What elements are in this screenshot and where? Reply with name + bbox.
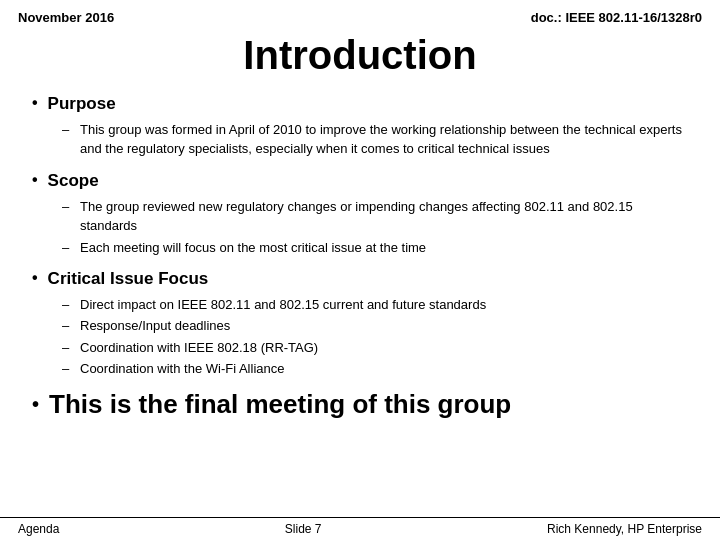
scope-sub-bullets: – The group reviewed new regulatory chan… xyxy=(62,197,688,258)
purpose-text-1: This group was formed in April of 2010 t… xyxy=(80,120,688,159)
scope-sub-2: – Each meeting will focus on the most cr… xyxy=(62,238,688,258)
title-section: Introduction xyxy=(0,33,720,78)
page-title: Introduction xyxy=(0,33,720,78)
purpose-dash-1: – xyxy=(62,120,74,140)
footer: Agenda Slide 7 Rich Kennedy, HP Enterpri… xyxy=(0,517,720,540)
purpose-label: Purpose xyxy=(48,92,116,116)
final-bullet-section: • This is the final meeting of this grou… xyxy=(32,389,688,420)
critical-dash-4: – xyxy=(62,359,74,379)
critical-dash-2: – xyxy=(62,316,74,336)
purpose-sub-bullets: – This group was formed in April of 2010… xyxy=(62,120,688,159)
critical-issue-dot: • xyxy=(32,267,38,289)
critical-sub-2: – Response/Input deadlines xyxy=(62,316,688,336)
purpose-sub-1: – This group was formed in April of 2010… xyxy=(62,120,688,159)
footer-agenda: Agenda xyxy=(18,522,59,536)
scope-dash-1: – xyxy=(62,197,74,217)
critical-issue-bullet: • Critical Issue Focus xyxy=(32,267,688,291)
critical-sub-3: – Coordination with IEEE 802.18 (RR-TAG) xyxy=(62,338,688,358)
scope-label: Scope xyxy=(48,169,99,193)
footer-author: Rich Kennedy, HP Enterprise xyxy=(547,522,702,536)
critical-text-4: Coordination with the Wi-Fi Alliance xyxy=(80,359,284,379)
content-area: • Purpose – This group was formed in Apr… xyxy=(0,92,720,420)
scope-dot: • xyxy=(32,169,38,191)
critical-dash-1: – xyxy=(62,295,74,315)
final-bullet-dot: • xyxy=(32,393,39,416)
critical-issue-label: Critical Issue Focus xyxy=(48,267,209,291)
purpose-section: • Purpose – This group was formed in Apr… xyxy=(32,92,688,159)
critical-sub-1: – Direct impact on IEEE 802.11 and 802.1… xyxy=(62,295,688,315)
scope-bullet: • Scope xyxy=(32,169,688,193)
scope-section: • Scope – The group reviewed new regulat… xyxy=(32,169,688,257)
header-doc: doc.: IEEE 802.11-16/1328r0 xyxy=(531,10,702,25)
footer-slide: Slide 7 xyxy=(285,522,322,536)
header-date: November 2016 xyxy=(18,10,114,25)
scope-text-1: The group reviewed new regulatory change… xyxy=(80,197,688,236)
critical-dash-3: – xyxy=(62,338,74,358)
critical-sub-4: – Coordination with the Wi-Fi Alliance xyxy=(62,359,688,379)
scope-text-2: Each meeting will focus on the most crit… xyxy=(80,238,426,258)
critical-text-3: Coordination with IEEE 802.18 (RR-TAG) xyxy=(80,338,318,358)
critical-text-2: Response/Input deadlines xyxy=(80,316,230,336)
scope-dash-2: – xyxy=(62,238,74,258)
scope-sub-1: – The group reviewed new regulatory chan… xyxy=(62,197,688,236)
critical-issue-section: • Critical Issue Focus – Direct impact o… xyxy=(32,267,688,379)
purpose-dot: • xyxy=(32,92,38,114)
header: November 2016 doc.: IEEE 802.11-16/1328r… xyxy=(0,0,720,25)
critical-issue-sub-bullets: – Direct impact on IEEE 802.11 and 802.1… xyxy=(62,295,688,379)
purpose-bullet: • Purpose xyxy=(32,92,688,116)
final-bullet-text: This is the final meeting of this group xyxy=(49,389,511,420)
critical-text-1: Direct impact on IEEE 802.11 and 802.15 … xyxy=(80,295,486,315)
